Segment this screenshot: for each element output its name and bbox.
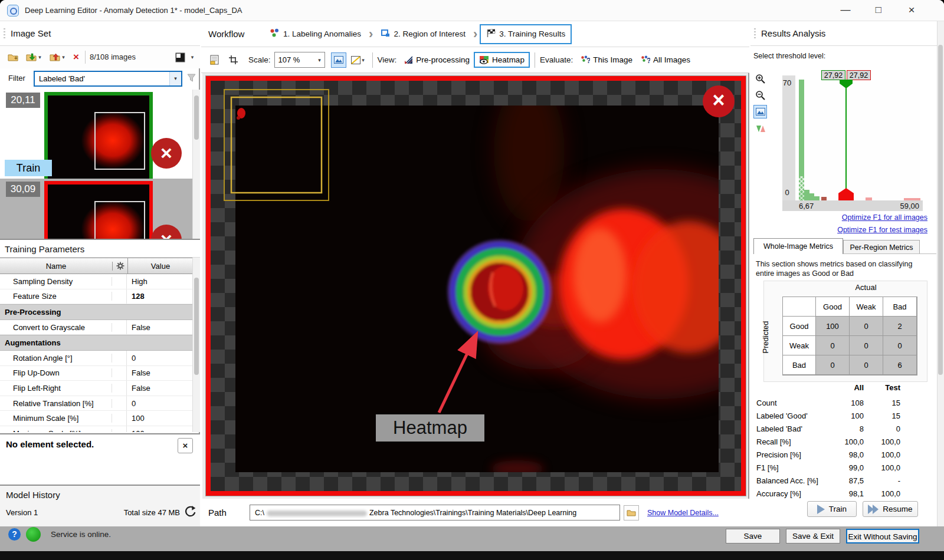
param-row[interactable]: Flip Up-DownFalse — [0, 366, 193, 381]
view-preprocessing-button[interactable]: Pre-processing — [400, 53, 474, 67]
report-button[interactable] — [207, 53, 221, 67]
optimize-f1-test-link[interactable]: Optimize F1 for test images — [786, 226, 927, 234]
workflow-step-label: 3. Training Results — [499, 29, 565, 38]
threshold-histogram[interactable] — [795, 80, 920, 200]
filter-funnel-icon[interactable] — [186, 73, 196, 83]
show-model-details-link[interactable]: Show Model Details... — [647, 509, 719, 517]
scale-combobox[interactable]: 107 % ▾ — [274, 52, 325, 68]
thumbnail-image[interactable] — [44, 92, 153, 182]
heatmap-viewer[interactable]: Heatmap × — [206, 76, 746, 496]
param-value[interactable]: 100 — [127, 414, 193, 423]
viewer-close-button[interactable]: × — [703, 85, 735, 117]
histogram-bar — [799, 80, 804, 200]
gear-icon[interactable] — [113, 258, 128, 274]
scale-caret[interactable]: ▾ — [315, 57, 324, 63]
param-row[interactable]: Minimum Scale [%]100 — [0, 411, 193, 426]
results-analysis-title: Results Analysis — [761, 28, 825, 38]
import-dropdown-caret[interactable]: ▾ — [38, 54, 41, 60]
tab-per-region-metrics[interactable]: Per-Region Metrics — [843, 240, 920, 254]
train-button[interactable]: Train — [807, 501, 857, 517]
fit-view-button[interactable] — [331, 52, 346, 68]
new-folder-button[interactable]: + — [6, 50, 20, 65]
optimize-f1-all-link[interactable]: Optimize F1 for all images — [786, 213, 927, 222]
filter-combobox[interactable]: Labeled 'Bad' ▾ — [34, 71, 182, 87]
param-col-value: Value — [128, 262, 193, 271]
background-button[interactable]: ▾ — [351, 53, 365, 67]
thumbnail-scrollbar[interactable] — [192, 90, 200, 260]
confusion-cell: 0 — [850, 336, 883, 355]
param-section-row[interactable]: Pre-Processing — [0, 304, 193, 320]
params-scrollbar[interactable] — [192, 258, 200, 432]
heatmap-icon — [479, 55, 489, 64]
metric-name: Labeled 'Bad' — [756, 424, 826, 433]
param-row[interactable]: Relative Translation [%]0 — [0, 396, 193, 411]
exit-without-saving-button[interactable]: Exit Without Saving — [846, 529, 919, 543]
param-value[interactable]: 128 — [127, 292, 193, 301]
title-bar: Deep Learning Editor - Anomaly Detection… — [0, 0, 944, 21]
param-section-row[interactable]: Augmentations — [0, 335, 193, 351]
param-row[interactable]: Maximum Scale [%]100 — [0, 426, 193, 432]
path-input[interactable]: C:\Zebra Technologies\Trainings\Training… — [250, 505, 620, 521]
param-name: Convert to Grayscale — [0, 323, 112, 332]
threshold-line — [845, 86, 847, 200]
remove-image-button[interactable]: × — [151, 138, 182, 169]
workflow-step-3[interactable]: 3. Training Results — [480, 24, 572, 44]
param-gear-cell — [112, 274, 127, 289]
tab-whole-image-metrics[interactable]: Whole-Image Metrics — [753, 238, 843, 254]
param-value[interactable]: False — [127, 368, 193, 377]
histogram-bar — [809, 193, 814, 200]
help-icon[interactable]: ? — [8, 528, 21, 541]
confusion-cell: 0 — [883, 336, 917, 355]
metric-value-all: 98,0 — [826, 450, 864, 459]
filter-caret[interactable]: ▾ — [169, 72, 181, 85]
export-images-button[interactable]: ▾ — [47, 50, 67, 65]
browse-folder-button[interactable] — [624, 505, 639, 521]
zoom-out-button[interactable] — [753, 88, 767, 102]
svg-text:+: + — [14, 55, 18, 61]
crop-button[interactable] — [226, 53, 240, 67]
view-heatmap-button[interactable]: Heatmap — [474, 52, 530, 68]
param-row[interactable]: Flip Left-RightFalse — [0, 381, 193, 396]
background-caret[interactable]: ▾ — [362, 57, 365, 63]
metric-value-test: 100,0 — [864, 437, 900, 446]
results-scrollbar-thumb[interactable] — [938, 45, 943, 375]
param-value[interactable]: High — [127, 277, 193, 286]
export-dropdown-caret[interactable]: ▾ — [62, 54, 65, 60]
param-value[interactable]: False — [127, 384, 193, 393]
display-mode-caret[interactable]: ▾ — [188, 50, 196, 65]
evaluate-all-images-button[interactable]: ? All Images — [637, 53, 694, 67]
save-and-exit-button[interactable]: Save & Exit — [786, 529, 840, 543]
histogram-mode-button[interactable] — [753, 121, 767, 135]
workflow-step-1[interactable]: 1. Labeling Anomalies — [264, 25, 366, 43]
metric-value-all: 87,5 — [826, 476, 864, 485]
metric-value-all: 8 — [826, 424, 864, 433]
param-name: Maximum Scale [%] — [0, 429, 112, 432]
histogram-bar — [821, 197, 827, 200]
close-button[interactable]: × — [898, 0, 925, 21]
param-value[interactable]: 0 — [127, 399, 193, 408]
confusion-cell: 2 — [883, 317, 917, 336]
refresh-icon[interactable] — [183, 505, 196, 518]
evaluate-this-image-button[interactable]: ? This Image — [576, 53, 637, 67]
param-value[interactable]: False — [127, 323, 193, 332]
view-heatmap-label: Heatmap — [492, 55, 525, 64]
fit-histogram-button[interactable] — [753, 105, 767, 118]
param-row[interactable]: Feature Size128 — [0, 289, 193, 305]
zoom-in-button[interactable] — [753, 72, 767, 85]
param-row[interactable]: Sampling DensityHigh — [0, 274, 193, 289]
import-images-button[interactable]: ▾ — [24, 50, 44, 65]
save-button[interactable]: Save — [726, 529, 780, 543]
display-mode-button[interactable] — [173, 50, 186, 65]
param-value[interactable]: 100 — [127, 429, 193, 432]
param-row[interactable]: Rotation Angle [°]0 — [0, 351, 193, 366]
image-thumbnail[interactable]: 20,11Train× — [0, 90, 192, 179]
resume-button[interactable]: Resume — [863, 501, 918, 517]
param-value[interactable]: 0 — [127, 354, 193, 363]
delete-image-button[interactable]: × — [70, 50, 83, 65]
minimize-button[interactable]: — — [832, 0, 859, 21]
maximize-button[interactable]: □ — [865, 0, 892, 21]
param-row[interactable]: Convert to GrayscaleFalse — [0, 320, 193, 335]
metric-value-test: 100,0 — [864, 489, 900, 498]
workflow-step-2[interactable]: 2. Region of Interest — [375, 25, 471, 43]
selection-close-button[interactable]: × — [178, 438, 193, 453]
